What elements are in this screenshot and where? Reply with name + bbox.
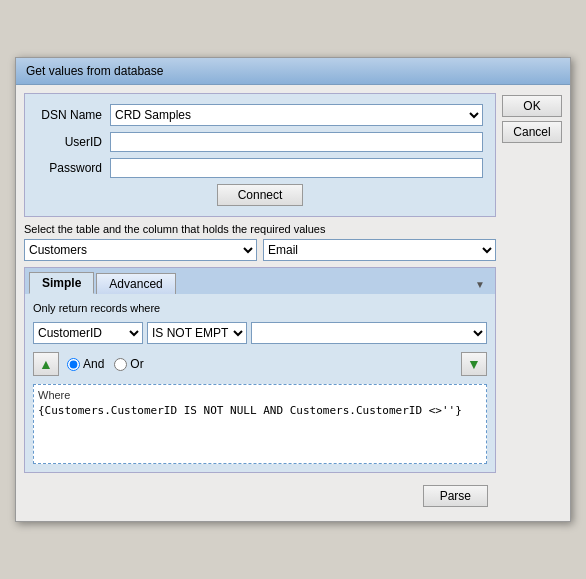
tab-simple[interactable]: Simple bbox=[29, 272, 94, 294]
table-column-row: Customers Email bbox=[24, 239, 496, 261]
table-hint: Select the table and the column that hol… bbox=[24, 223, 496, 235]
parse-button[interactable]: Parse bbox=[423, 485, 488, 507]
only-return-label: Only return records where bbox=[33, 302, 487, 314]
arrow-up-icon: ▲ bbox=[39, 356, 53, 372]
dialog-title: Get values from database bbox=[16, 58, 570, 85]
connect-button[interactable]: Connect bbox=[217, 184, 304, 206]
userid-input[interactable] bbox=[110, 132, 483, 152]
move-up-button[interactable]: ▲ bbox=[33, 352, 59, 376]
password-label: Password bbox=[37, 161, 102, 175]
arrow-row: ▲ And Or bbox=[33, 350, 487, 378]
connection-section: DSN Name CRD Samples UserID Password Con… bbox=[24, 93, 496, 217]
cancel-button[interactable]: Cancel bbox=[502, 121, 562, 143]
tab-section: Simple Advanced ▼ Only return records wh… bbox=[24, 267, 496, 473]
where-label: Where bbox=[38, 389, 482, 401]
or-radio[interactable] bbox=[114, 358, 127, 371]
filter-value-select[interactable] bbox=[251, 322, 487, 344]
dsn-select[interactable]: CRD Samples bbox=[110, 104, 483, 126]
main-panel: DSN Name CRD Samples UserID Password Con… bbox=[24, 93, 496, 513]
dsn-row: DSN Name CRD Samples bbox=[37, 104, 483, 126]
dsn-label: DSN Name bbox=[37, 108, 102, 122]
table-column-section: Select the table and the column that hol… bbox=[24, 223, 496, 261]
ok-button[interactable]: OK bbox=[502, 95, 562, 117]
connect-row: Connect bbox=[37, 184, 483, 206]
move-down-button[interactable]: ▼ bbox=[461, 352, 487, 376]
filter-operator-select[interactable]: IS NOT EMPT bbox=[147, 322, 247, 344]
dialog: Get values from database DSN Name CRD Sa… bbox=[15, 57, 571, 522]
tab-advanced[interactable]: Advanced bbox=[96, 273, 175, 294]
and-radio-label[interactable]: And bbox=[67, 357, 104, 371]
tab-chevron-icon: ▼ bbox=[469, 275, 491, 294]
password-input[interactable] bbox=[110, 158, 483, 178]
table-select[interactable]: Customers bbox=[24, 239, 257, 261]
side-buttons: OK Cancel bbox=[502, 93, 562, 513]
where-section: Where {Customers.CustomerID IS NOT NULL … bbox=[33, 384, 487, 464]
password-row: Password bbox=[37, 158, 483, 178]
arrow-down-icon: ▼ bbox=[467, 356, 481, 372]
userid-row: UserID bbox=[37, 132, 483, 152]
filter-row: CustomerID IS NOT EMPT bbox=[33, 322, 487, 344]
tab-content-simple: Only return records where CustomerID IS … bbox=[25, 294, 495, 472]
tab-bar: Simple Advanced ▼ bbox=[25, 268, 495, 294]
userid-label: UserID bbox=[37, 135, 102, 149]
where-content: {Customers.CustomerID IS NOT NULL AND Cu… bbox=[38, 404, 482, 417]
logic-radio-group: And Or bbox=[67, 357, 453, 371]
or-radio-label[interactable]: Or bbox=[114, 357, 143, 371]
filter-field-select[interactable]: CustomerID bbox=[33, 322, 143, 344]
bottom-bar: Parse bbox=[24, 479, 496, 513]
column-select[interactable]: Email bbox=[263, 239, 496, 261]
and-radio[interactable] bbox=[67, 358, 80, 371]
